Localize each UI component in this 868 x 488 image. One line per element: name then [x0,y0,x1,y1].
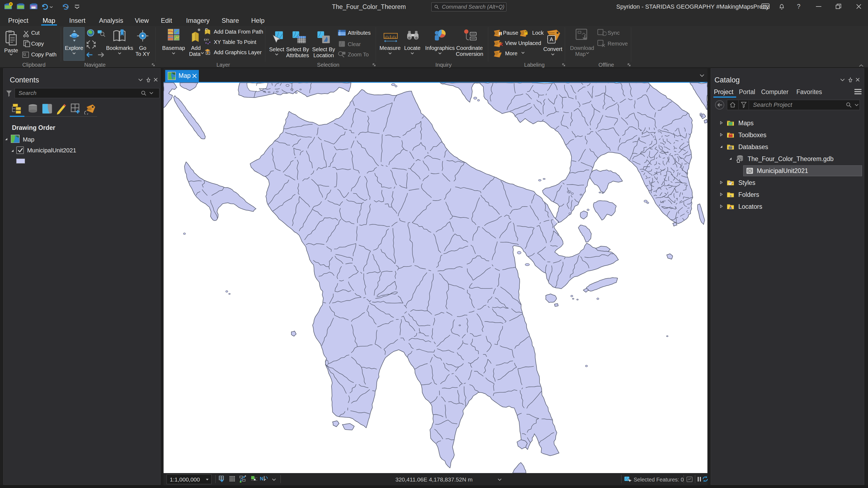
svg-text:N: N [260,476,264,482]
